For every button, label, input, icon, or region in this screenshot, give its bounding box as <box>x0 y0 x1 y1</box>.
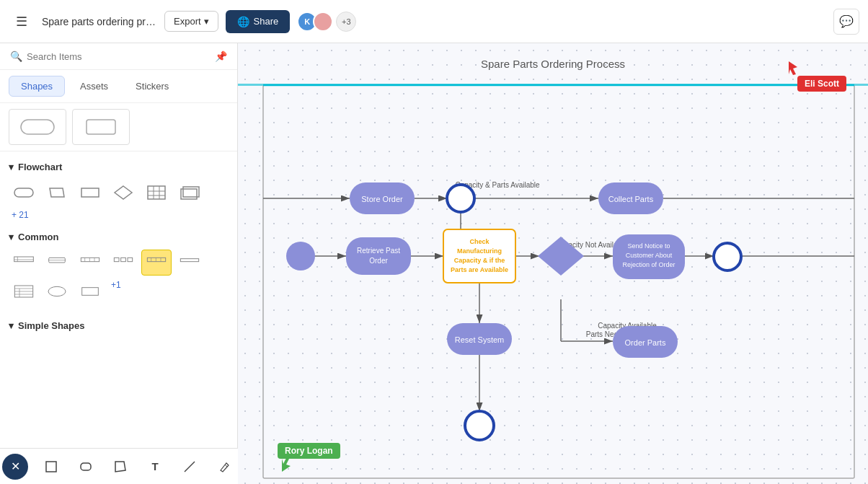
svg-rect-4 <box>81 188 99 197</box>
common-shape-6[interactable] <box>9 278 39 304</box>
common-shapes: +1 <box>9 247 229 310</box>
canvas-area[interactable]: Spare Parts Ordering Process <box>238 43 868 484</box>
svg-rect-0 <box>21 120 54 134</box>
svg-rect-1 <box>87 120 115 134</box>
svg-rect-85 <box>447 323 512 355</box>
pin-icon[interactable]: 📌 <box>215 50 227 62</box>
close-tool-button[interactable]: ✕ <box>2 454 28 480</box>
comment-button[interactable]: 💬 <box>833 9 859 35</box>
svg-point-35 <box>48 286 66 296</box>
topbar: ☰ Spare parts ordering pro... Export ▾ 🌐… <box>0 0 868 43</box>
panel-content: ▾ Flowchart <box>0 151 237 449</box>
svg-text:Capacity & Parts Available: Capacity & Parts Available <box>455 181 540 189</box>
avatar-p <box>313 12 333 32</box>
section-flowchart[interactable]: ▾ Flowchart <box>9 157 229 177</box>
svg-text:Order Parts: Order Parts <box>625 338 666 347</box>
line-tool-button[interactable] <box>178 455 201 478</box>
svg-text:Parts Need to be Ordered: Parts Need to be Ordered <box>586 330 669 338</box>
svg-text:Capacity Available: Capacity Available <box>598 322 657 330</box>
svg-rect-43 <box>263 85 854 478</box>
shape-rectangle[interactable] <box>75 180 105 206</box>
svg-rect-23 <box>121 258 126 261</box>
svg-point-84 <box>714 243 741 270</box>
svg-rect-36 <box>82 288 99 296</box>
svg-point-67 <box>447 185 474 212</box>
share-button[interactable]: 🌐 Share <box>226 10 291 33</box>
common-shape-5[interactable] <box>174 250 205 276</box>
svg-text:Manufacturing: Manufacturing <box>457 247 502 255</box>
flowchart-more[interactable]: + 21 <box>9 208 32 221</box>
section-common[interactable]: ▾ Common <box>9 227 229 247</box>
common-more[interactable]: +1 <box>108 278 124 304</box>
common-shape-8[interactable] <box>75 278 105 304</box>
sticky-tool-button[interactable] <box>109 455 132 478</box>
svg-rect-22 <box>114 258 119 261</box>
common-shape-4[interactable] <box>108 250 138 276</box>
svg-text:Send Notice to: Send Notice to <box>627 242 670 250</box>
svg-rect-18 <box>81 258 99 261</box>
avatar-more: +3 <box>336 12 356 32</box>
main-layout: 🔍 📌 Shapes Assets Stickers ▾ Flowchart <box>0 43 868 484</box>
common-label: Common <box>18 232 58 242</box>
common-shape-3[interactable] <box>75 250 105 276</box>
eli-cursor: Eli Scott <box>789 76 846 92</box>
common-shape-7[interactable] <box>42 278 72 304</box>
export-button[interactable]: Export ▾ <box>164 11 218 32</box>
svg-point-89 <box>465 411 494 440</box>
common-shape-2[interactable] <box>42 250 72 276</box>
diagram-title: Spare Parts Ordering Process <box>481 58 625 70</box>
shape-preview-1[interactable] <box>9 109 66 145</box>
flowchart-arrow: ▾ <box>9 162 14 172</box>
svg-rect-37 <box>46 462 56 472</box>
svg-marker-39 <box>115 462 125 472</box>
share-label: Share <box>254 16 279 27</box>
rect-tool-button[interactable] <box>40 455 63 478</box>
svg-marker-79 <box>538 237 584 276</box>
tab-shapes[interactable]: Shapes <box>9 76 65 97</box>
svg-rect-25 <box>147 258 165 261</box>
tab-assets[interactable]: Assets <box>68 76 120 97</box>
export-chevron: ▾ <box>204 16 209 27</box>
tab-stickers[interactable]: Stickers <box>123 76 181 97</box>
pen-tool-button[interactable] <box>213 455 236 478</box>
svg-rect-80 <box>613 234 685 279</box>
text-tool-button[interactable]: T <box>143 455 167 478</box>
svg-point-70 <box>286 242 315 270</box>
flowchart-shapes: + 21 <box>9 177 229 227</box>
svg-text:Rejection of Order: Rejection of Order <box>622 261 675 268</box>
shape-preview-2[interactable] <box>72 109 130 145</box>
rounded-tool-button[interactable] <box>74 455 97 478</box>
svg-line-41 <box>225 465 227 467</box>
common-shape-highlight[interactable] <box>141 250 172 276</box>
svg-text:Retrieve Past: Retrieve Past <box>357 247 400 255</box>
search-input[interactable] <box>27 51 211 62</box>
svg-text:Check: Check <box>469 238 490 245</box>
shape-terminal[interactable] <box>9 180 39 206</box>
search-icon: 🔍 <box>10 50 22 62</box>
svg-text:Store Order: Store Order <box>361 195 403 203</box>
svg-text:Capacity & if the: Capacity & if the <box>454 257 505 264</box>
svg-rect-65 <box>350 182 415 214</box>
common-shape-1[interactable] <box>9 250 39 276</box>
eli-name-badge: Eli Scott <box>797 76 846 92</box>
rory-cursor: Rory Logan <box>278 443 340 473</box>
shape-table[interactable] <box>141 180 172 206</box>
svg-rect-2 <box>14 188 33 197</box>
svg-text:Collect Parts: Collect Parts <box>608 195 654 203</box>
svg-rect-24 <box>128 258 133 261</box>
diagram-svg: Capacity & Parts Available Capacity Not … <box>238 43 868 484</box>
shape-diamond[interactable] <box>108 180 138 206</box>
svg-text:Reset System: Reset System <box>455 335 504 344</box>
svg-rect-74 <box>443 229 515 283</box>
shape-stacked[interactable] <box>174 180 205 206</box>
svg-rect-87 <box>613 326 678 358</box>
export-label: Export <box>174 16 201 27</box>
svg-rect-29 <box>180 259 198 262</box>
svg-text:Customer About: Customer About <box>626 252 673 259</box>
section-simple-shapes[interactable]: ▾ Simple Shapes <box>9 316 229 335</box>
svg-marker-5 <box>115 186 132 199</box>
shape-parallelogram[interactable] <box>42 180 72 206</box>
search-bar: 🔍 📌 <box>0 43 237 70</box>
menu-button[interactable]: ☰ <box>9 9 35 35</box>
svg-marker-3 <box>50 188 64 197</box>
